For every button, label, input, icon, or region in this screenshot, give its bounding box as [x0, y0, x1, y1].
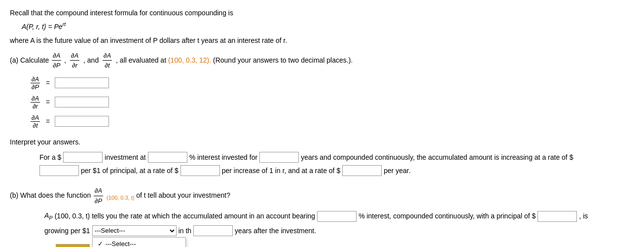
frac-den: ∂P [31, 83, 40, 91]
years-after-text: years after the investment. [235, 227, 316, 235]
input-interest-rate[interactable] [148, 152, 187, 163]
checkmark-icon: ✓ [98, 240, 106, 247]
frac-den: ∂t [32, 122, 39, 129]
frac-num: ∂A [31, 75, 40, 83]
dropdown-popup: ✓ ---Select--- future value of investmen… [92, 237, 186, 247]
ap-paren-text: (100, 0.3, t) tells you the rate at whic… [55, 210, 315, 222]
frac-num: ∂A [103, 51, 112, 61]
input-rate-per-year[interactable] [342, 165, 382, 176]
interpret-row1: For a $ investment at % interest investe… [39, 151, 634, 164]
round-text: (Round your answers to two decimal place… [213, 56, 353, 64]
fraction-dA-dt: ∂A ∂t [31, 114, 40, 129]
input-principal-b[interactable] [537, 211, 577, 222]
frac-num: ∂A [70, 51, 79, 61]
part-b-header: (b) What does the function ∂A ∂P (100, 0… [10, 186, 634, 206]
input-dA-dt[interactable] [55, 116, 109, 127]
ap-text: AP [44, 210, 53, 223]
input-percent-interest-b[interactable] [317, 211, 357, 222]
percent-interest-text: % interest, compounded continuously, wit… [358, 210, 536, 222]
input-dA-dr[interactable] [55, 97, 109, 107]
part-a-header: (a) Calculate ∂A ∂P , ∂A ∂r , and ∂A ∂t … [10, 51, 634, 71]
interpret-row2: per $1 of principal, at a rate of $ per … [39, 165, 634, 177]
frac-num: ∂A [31, 95, 40, 103]
frac-num: ∂A [31, 114, 40, 122]
comma1: , [64, 56, 66, 64]
in-th-text: in th [179, 227, 191, 235]
years-and-text: years and compounded continuously, the a… [301, 151, 573, 164]
intro-line2-text: where A is the future value of an invest… [10, 36, 287, 44]
interpret-label: Interpret your answers. [10, 137, 634, 147]
intro-text: Recall that the compound interest formul… [10, 9, 233, 17]
partial-row-dt: ∂A ∂t = [30, 114, 634, 129]
input-years-b[interactable] [193, 225, 233, 236]
dd-item-select[interactable]: ✓ ---Select--- [93, 238, 185, 247]
input-dA-dP[interactable] [55, 77, 109, 88]
fraction-dA-dt-header: ∂A ∂t [103, 51, 112, 71]
frac-den: ∂t [104, 61, 111, 71]
partial-row-dr: ∂A ∂r = [30, 95, 634, 110]
intro-line1: Recall that the compound interest formul… [10, 8, 634, 18]
select-dropdown-container: ---Select--- future value of investment … [92, 225, 177, 236]
part-b-section: (b) What does the function ∂A ∂P (100, 0… [10, 186, 634, 236]
fraction-dA-dP-b: ∂A ∂P [94, 186, 103, 206]
input-rate-per-increase[interactable] [180, 165, 220, 176]
percent-text: % interest invested for [189, 151, 258, 164]
partial-row-dP: ∂A ∂P = [30, 75, 634, 91]
frac-den: ∂P [94, 196, 103, 206]
part-b-ap-sentence: AP (100, 0.3, t) tells you the rate at w… [44, 210, 634, 223]
eval-point: (100, 0.3, 12). [168, 56, 211, 64]
growing-text: growing per $1 [44, 227, 90, 235]
frac-den: ∂P [52, 61, 61, 71]
interpret-section: Interpret your answers. For a $ investme… [10, 137, 634, 177]
input-rate-per-dollar[interactable] [39, 165, 79, 176]
watch-it-button[interactable]: Watch It [56, 244, 90, 247]
frac-num: ∂A [52, 51, 61, 61]
eval-sub-b: (100, 0.3, t) [107, 195, 134, 201]
frac-num: ∂A [94, 186, 103, 196]
is-text: , is [579, 210, 588, 222]
frac-den: ∂r [32, 103, 39, 110]
of-t-text: of t tell about your investment? [136, 191, 230, 199]
need-help-label: Need Help? [10, 246, 51, 247]
select-dropdown[interactable]: ---Select--- future value of investment … [92, 225, 177, 236]
equals-dr: = [46, 98, 50, 106]
equals-dP: = [46, 79, 50, 87]
page-container: Recall that the compound interest formul… [10, 8, 634, 247]
dd-label-select: ---Select--- [106, 240, 136, 247]
part-b-label: (b) What does the function [10, 191, 91, 199]
per-increase-text: per increase of 1 in r, and at a rate of… [222, 165, 340, 177]
formula-text: A(P, r, t) = Pert [22, 23, 66, 31]
fraction-dA-dP-header: ∂A ∂P [52, 51, 61, 71]
formula-line: A(P, r, t) = Pert [22, 21, 634, 31]
part-a-label: (a) Calculate [10, 56, 49, 64]
per-year-text: per year. [384, 165, 410, 177]
for-a-text: For a $ [39, 151, 61, 164]
frac-den: ∂r [71, 61, 78, 71]
input-investment-amount[interactable] [63, 152, 103, 163]
fraction-dA-dP: ∂A ∂P [31, 75, 40, 91]
input-years[interactable] [259, 152, 299, 163]
fraction-dA-dr: ∂A ∂r [31, 95, 40, 110]
eval-text: , all evaluated at [116, 56, 168, 64]
part-b-growing-row: growing per $1 ---Select--- future value… [44, 225, 634, 236]
intro-line2: where A is the future value of an invest… [10, 35, 634, 46]
equals-dt: = [46, 117, 50, 125]
fraction-dA-dr-header: ∂A ∂r [70, 51, 79, 71]
per-dollar-text: per $1 of principal, at a rate of $ [81, 165, 179, 177]
and-text: , and [83, 56, 99, 64]
investment-at-text: investment at [105, 151, 145, 164]
